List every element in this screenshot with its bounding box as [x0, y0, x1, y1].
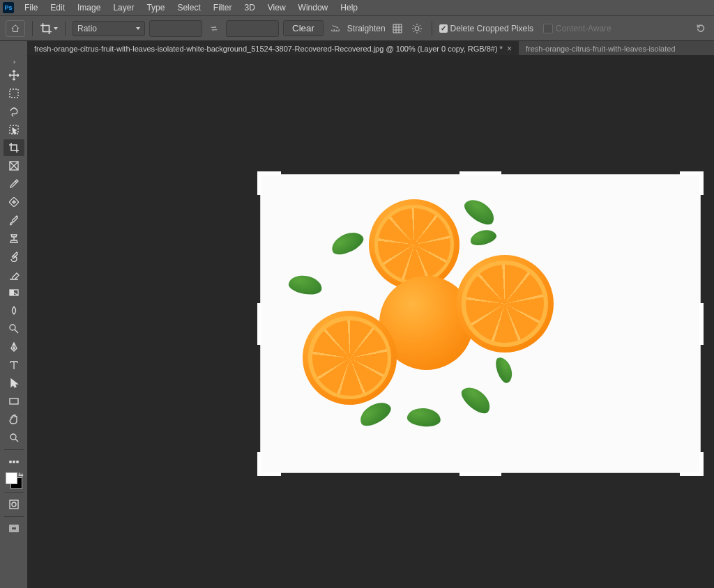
menu-help[interactable]: Help: [334, 1, 364, 14]
svg-point-10: [10, 434, 16, 440]
content-aware-label: Content-Aware: [556, 24, 612, 33]
svg-point-8: [13, 348, 15, 349]
color-swatches[interactable]: ⇆: [6, 472, 22, 489]
frame-tool[interactable]: [3, 157, 24, 174]
crop-handle-bottom-right[interactable]: [680, 452, 704, 476]
app-logo-icon: Ps: [3, 2, 14, 13]
zoom-tool[interactable]: [3, 429, 24, 446]
move-tool[interactable]: [3, 67, 24, 84]
crop-handle-bottom[interactable]: [459, 472, 501, 476]
menu-window[interactable]: Window: [292, 1, 335, 14]
divider: [4, 492, 24, 493]
crop-handle-bottom-left[interactable]: [257, 452, 281, 476]
object-select-tool[interactable]: [3, 121, 24, 138]
svg-point-11: [9, 461, 11, 463]
crop-handle-right[interactable]: [699, 303, 704, 345]
brush-tool[interactable]: [3, 212, 24, 229]
overlay-options-icon[interactable]: [390, 21, 405, 36]
menu-edit[interactable]: Edit: [44, 1, 71, 14]
menu-layer[interactable]: Layer: [107, 1, 140, 14]
svg-point-12: [13, 461, 15, 463]
crop-width-input[interactable]: [149, 20, 202, 37]
menu-image[interactable]: Image: [71, 1, 107, 14]
eraser-tool[interactable]: [3, 266, 24, 283]
tools-panel: ›› ⇆: [0, 55, 28, 588]
history-brush-tool[interactable]: [3, 248, 24, 265]
path-select-tool[interactable]: [3, 375, 24, 392]
crop-settings-icon[interactable]: [409, 21, 425, 36]
checkbox-unchecked-icon: ✓: [543, 24, 553, 33]
canvas-area[interactable]: [27, 55, 714, 588]
rectangle-tool[interactable]: [3, 393, 24, 410]
dodge-tool[interactable]: [3, 320, 24, 337]
crop-handle-left[interactable]: [257, 303, 261, 345]
crop-handle-top-right[interactable]: [680, 171, 704, 195]
straighten-label[interactable]: Straighten: [347, 24, 386, 33]
menu-type[interactable]: Type: [140, 1, 171, 14]
document-tab-title: fresh-orange-citrus-fruit-with-leaves-is…: [526, 45, 676, 53]
crop-handle-top-left[interactable]: [257, 171, 281, 195]
aspect-ratio-select[interactable]: Ratio: [73, 21, 145, 36]
close-tab-icon[interactable]: ×: [507, 44, 512, 54]
edit-toolbar-button[interactable]: [3, 454, 24, 470]
separator: [65, 21, 66, 36]
clear-button[interactable]: Clear: [283, 20, 324, 36]
svg-point-15: [12, 502, 16, 506]
checkbox-checked-icon: ✓: [439, 24, 448, 33]
svg-rect-1: [10, 89, 18, 98]
document-tab-title: fresh-orange-citrus-fruit-with-leaves-is…: [34, 45, 503, 53]
svg-rect-6: [10, 290, 14, 295]
menu-select[interactable]: Select: [171, 1, 206, 14]
menu-3d[interactable]: 3D: [238, 1, 261, 14]
hand-tool[interactable]: [3, 411, 24, 428]
svg-rect-17: [11, 527, 17, 530]
delete-cropped-label: Delete Cropped Pixels: [450, 24, 533, 33]
document-tab-active[interactable]: fresh-orange-citrus-fruit-with-leaves-is…: [27, 41, 519, 56]
options-bar: Ratio Clear Straighten ✓ Delete Cropped …: [0, 16, 714, 41]
divider: [4, 449, 24, 450]
straighten-icon[interactable]: [328, 21, 343, 36]
reset-crop-icon[interactable]: [693, 21, 708, 36]
separator: [432, 21, 432, 36]
crop-tool[interactable]: [3, 139, 24, 156]
svg-rect-14: [10, 500, 18, 509]
marquee-tool[interactable]: [3, 85, 24, 102]
divider: [4, 516, 24, 517]
aspect-ratio-label: Ratio: [77, 24, 97, 33]
gradient-tool[interactable]: [3, 284, 24, 301]
crop-frame[interactable]: [261, 175, 700, 472]
crop-bounding-box[interactable]: [261, 175, 700, 472]
blur-tool[interactable]: [3, 302, 24, 319]
crop-tool-icon[interactable]: [40, 21, 58, 36]
menu-filter[interactable]: Filter: [207, 1, 238, 14]
collapse-toolbar-icon[interactable]: ››: [0, 58, 27, 66]
screen-mode-button[interactable]: [3, 520, 24, 537]
crop-height-input[interactable]: [226, 20, 279, 37]
quick-mask-button[interactable]: [3, 496, 24, 513]
type-tool[interactable]: [3, 357, 24, 373]
swap-dimensions-button[interactable]: [206, 21, 222, 36]
menu-view[interactable]: View: [261, 1, 292, 14]
svg-point-7: [10, 325, 15, 330]
delete-cropped-checkbox[interactable]: ✓ Delete Cropped Pixels: [439, 24, 533, 33]
svg-point-13: [16, 461, 18, 463]
content-aware-checkbox[interactable]: ✓ Content-Aware: [543, 24, 612, 33]
eyedropper-tool[interactable]: [3, 176, 24, 192]
crop-handle-top[interactable]: [459, 171, 501, 176]
lasso-tool[interactable]: [3, 103, 24, 120]
foreground-color-swatch[interactable]: [6, 472, 17, 484]
document-tab-inactive[interactable]: fresh-orange-citrus-fruit-with-leaves-is…: [519, 41, 714, 56]
healing-brush-tool[interactable]: [3, 194, 24, 210]
pen-tool[interactable]: [3, 339, 24, 355]
svg-point-0: [415, 26, 419, 31]
separator: [32, 21, 33, 36]
svg-rect-9: [10, 399, 18, 404]
menu-file[interactable]: File: [18, 1, 44, 14]
chevron-down-icon: [54, 27, 58, 30]
clone-stamp-tool[interactable]: [3, 230, 24, 247]
menu-bar: Ps File Edit Image Layer Type Select Fil…: [0, 0, 714, 16]
chevron-down-icon: [136, 27, 140, 30]
home-button[interactable]: [6, 20, 25, 37]
